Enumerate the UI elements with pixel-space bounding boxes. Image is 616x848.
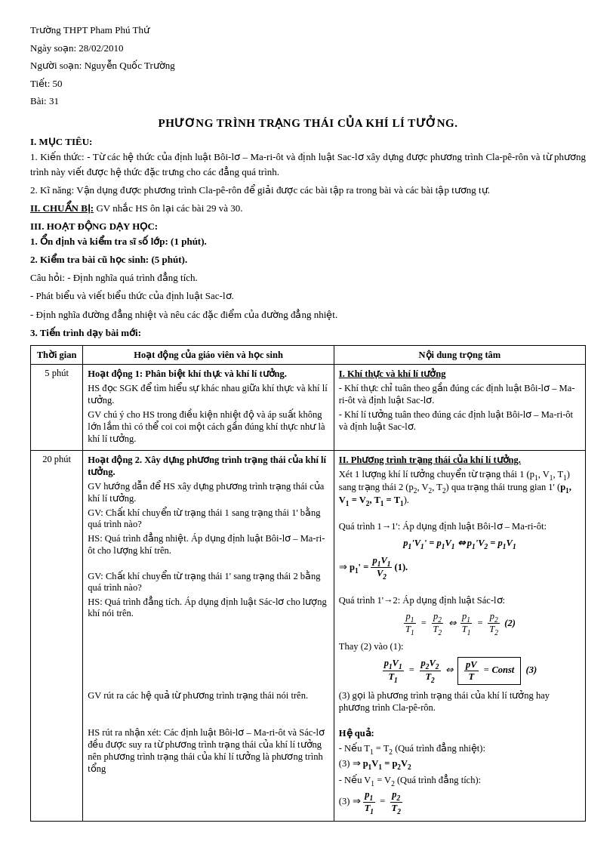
- tiet: Tiết: 50: [30, 76, 586, 91]
- header-info: Trường THPT Pham Phú Thứ Ngày soạn: 28/0…: [30, 23, 586, 109]
- table-row-2: 20 phút Hoạt động 2. Xây dựng phương trì…: [31, 450, 586, 822]
- activity2-line7: HS rút ra nhận xét: Các định luật Bôi-lơ…: [88, 726, 329, 775]
- content2-main-formula: p1V1T1 = p2V2T2 ⇔ pVT = Const (3): [339, 657, 581, 685]
- content-cell-1: I. Khí thực và khí lí tưởng - Khí thực c…: [334, 364, 585, 450]
- hoat-dong-title: III. HOẠT ĐỘNG DẠY HỌC:: [30, 220, 586, 233]
- time-cell-1: 5 phút: [31, 364, 83, 450]
- col-header-time: Thời gian: [31, 345, 83, 364]
- hq2-formula: (3) ⇒ p1T1 = p2T2: [339, 789, 581, 815]
- hq2-label: - Nếu V1 = V2 (Quá trình đẳng tích):: [339, 774, 581, 788]
- activity2-line5: HS: Quá trình đẳng tích. Áp dụng định lu…: [88, 596, 329, 619]
- muc-tieu-title: I. MỤC TIÊU:: [30, 136, 586, 148]
- content2-explain: (3) gọi là phương trình trạng thái của k…: [339, 689, 581, 714]
- content2-qt1-formula: p1'V1' = p1V1 ⇔ p1'V2 = p1V1: [339, 537, 581, 550]
- od2-1: - Phát biểu và viết biểu thức của định l…: [30, 288, 586, 304]
- od1-title: 1. Ổn định và kiểm tra sĩ số lớp: (1 phú…: [30, 234, 586, 249]
- time-cell-2: 20 phút: [31, 450, 83, 822]
- school-name: Trường THPT Pham Phú Thứ: [30, 23, 586, 38]
- content1-line2: - Khí lí tưởng tuân theo đúng các định l…: [339, 409, 581, 433]
- content1-title: I. Khí thực và khí lí tưởng: [339, 368, 446, 379]
- chuan-bi-content: GV nhắc HS ôn lại các bài 29 và 30.: [96, 202, 242, 214]
- content2-thay: Thay (2) vào (1):: [339, 641, 581, 652]
- activity1-title: Hoạt động 1: Phân biệt khí thực và khí l…: [88, 368, 287, 379]
- lesson-table: Thời gian Hoạt động của giáo viên và học…: [30, 345, 586, 822]
- od3-title: 3. Tiến trình dạy bài mới:: [30, 325, 586, 341]
- content2-qt2-formula: p1T1 = p2T2 ⇔ p1T1 = p2T2 (2): [339, 611, 581, 637]
- col-header-content: Nội dung trọng tâm: [334, 345, 585, 364]
- ki-nang: 2. Kĩ năng: Vận dụng được phương trình C…: [30, 183, 586, 198]
- hq1-label: - Nếu T1 = T2 (Quá trình đẳng nhiệt):: [339, 742, 581, 756]
- content-cell-2: II. Phương trình trạng thái của khí lí t…: [334, 450, 585, 822]
- content2-qt1-result: ⇒ p1' = p1V1V2 (1).: [339, 555, 581, 581]
- hq1-formula: (3) ⇒ p1V1 = p2V2: [339, 757, 581, 771]
- activity2-line4: GV: Chất khí chuyển từ trạng thái 1' san…: [88, 570, 329, 594]
- kien-thuc: 1. Kiến thức: - Từ các hệ thức của định …: [30, 150, 586, 180]
- content1-line1: - Khí thực chỉ tuân theo gần đúng các đị…: [339, 382, 581, 406]
- col-header-activity: Hoạt động của giáo viên và học sinh: [83, 345, 334, 364]
- activity2-line2: GV: Chất khí chuyển từ trạng thái 1 sang…: [88, 507, 329, 530]
- activity-cell-2: Hoạt động 2. Xây dựng phương trình trạng…: [83, 450, 334, 822]
- od2-2: - Định nghĩa đường đẳng nhiệt và nêu các…: [30, 307, 586, 322]
- content2-qt1: Quá trình 1→1': Áp dụng định luật Bôi-lơ…: [339, 520, 581, 532]
- page-title: PHƯƠNG TRÌNH TRẠNG THÁI CỦA KHÍ LÍ TƯỞNG…: [30, 116, 586, 130]
- cau-hoi: Câu hỏi: - Định nghĩa quá trình đẳng tíc…: [30, 270, 586, 285]
- content2-intro: Xét 1 lượng khí lí tưởng chuyển từ trạng…: [339, 468, 581, 507]
- activity2-line3: HS: Quá trình đẳng nhiệt. Áp dụng định l…: [88, 532, 329, 557]
- author: Người soạn: Nguyễn Quốc Trường: [30, 58, 586, 73]
- activity1-line1: HS đọc SGK để tìm hiểu sự khác nhau giữa…: [88, 382, 329, 406]
- hq-block-1: - Nếu T1 = T2 (Quá trình đẳng nhiệt): (3…: [339, 742, 581, 771]
- activity-cell-1: Hoạt động 1: Phân biệt khí thực và khí l…: [83, 364, 334, 450]
- activity2-line6: GV rút ra các hệ quả từ phương trình trạ…: [88, 689, 329, 702]
- activity2-title: Hoạt động 2. Xây dựng phương trình trạng…: [88, 455, 326, 477]
- table-row-1: 5 phút Hoạt động 1: Phân biệt khí thực v…: [31, 364, 586, 450]
- content2-title: II. Phương trình trạng thái của khí lí t…: [339, 455, 521, 465]
- content2-qt2: Quá trình 1'→2: Áp dụng định luật Sác-lơ…: [339, 594, 581, 606]
- hq-block-2: - Nếu V1 = V2 (Quá trình đẳng tích): (3)…: [339, 774, 581, 816]
- activity2-line1: GV hướng dẫn để HS xây dựng phương trình…: [88, 480, 329, 504]
- content2-hq-title: Hệ quả:: [339, 727, 581, 739]
- activity1-line2: GV chú ý cho HS trong điều kiện nhiệt độ…: [88, 409, 329, 445]
- chuan-bi: II. CHUẨN BỊ: GV nhắc HS ôn lại các bài …: [30, 201, 586, 216]
- date: Ngày soạn: 28/02/2010: [30, 41, 586, 56]
- od2-title: 2. Kiểm tra bài cũ học sinh: (5 phút).: [30, 252, 586, 267]
- chuan-bi-title: II. CHUẨN BỊ:: [30, 202, 94, 214]
- bai: Bài: 31: [30, 94, 586, 109]
